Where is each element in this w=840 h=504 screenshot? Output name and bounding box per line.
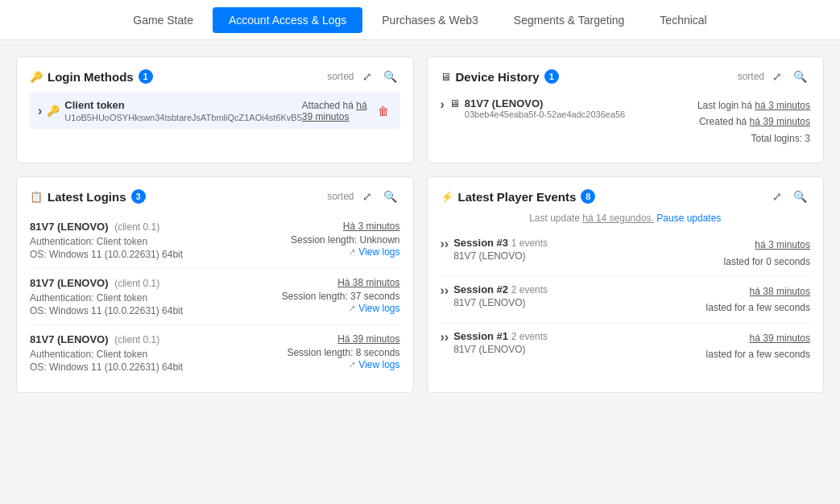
- token-expand-chevron[interactable]: [38, 104, 42, 118]
- login-device: 81V7 (LENOVO): [30, 277, 109, 289]
- login-methods-card: Login Methods 1 sorted ⤢ 🔍 Client token …: [16, 56, 414, 163]
- token-delete-button[interactable]: [374, 102, 392, 119]
- view-logs-link[interactable]: View logs: [358, 359, 399, 370]
- login-items-container: 81V7 (LENOVO) (client 0.1) Há 3 minutos …: [30, 213, 400, 381]
- session-name-line: Session #3 1 events: [453, 237, 548, 249]
- latest-player-events-card: Latest Player Events 8 ⤢ 🔍 Last update h…: [427, 176, 825, 393]
- device-right: Last login há há 3 minutos Created há há…: [697, 97, 810, 147]
- session-lasted: lasted for 0 seconds: [724, 254, 810, 270]
- login-item: 81V7 (LENOVO) (client 0.1) Há 3 minutos …: [30, 213, 400, 269]
- login-os: OS: Windows 11 (10.0.22631) 64bit: [30, 249, 183, 260]
- event-left: › Session #3 1 events 81V7 (LENOVO): [441, 237, 548, 262]
- token-attached-text: Attached há há 39 minutos: [302, 100, 368, 122]
- device-history-title: Device History: [456, 70, 540, 84]
- device-history-actions: sorted ⤢ 🔍: [738, 68, 810, 85]
- latest-player-events-title: Latest Player Events: [458, 190, 577, 204]
- latest-player-events-title-group: Latest Player Events 8: [441, 189, 596, 204]
- login-auth: Authentication: Client token: [30, 292, 183, 304]
- last-update-time: há 14 segundos.: [582, 213, 654, 224]
- view-logs-link[interactable]: View logs: [358, 246, 399, 258]
- device-expand-icon[interactable]: ⤢: [769, 68, 785, 85]
- latest-player-events-badge: 8: [581, 189, 595, 204]
- device-expand-chevron[interactable]: [441, 97, 445, 112]
- session-name: Session #2: [453, 283, 508, 295]
- session-name: Session #1: [453, 330, 508, 342]
- session-event-count: 2 events: [511, 331, 548, 342]
- session-expand-chevron[interactable]: ›: [441, 330, 449, 345]
- session-lasted: lasted for a few seconds: [706, 346, 810, 362]
- event-left: › Session #2 2 events 81V7 (LENOVO): [441, 283, 548, 308]
- login-row-top: 81V7 (LENOVO) (client 0.1) Há 3 minutos: [30, 221, 400, 233]
- session-event-count: 2 events: [511, 284, 548, 295]
- session-expand-chevron[interactable]: ›: [441, 283, 449, 298]
- device-last-login-time: há 3 minutos: [755, 100, 810, 111]
- login-detail-left: Authentication: Client token OS: Windows…: [30, 234, 183, 260]
- login-auth: Authentication: Client token: [30, 236, 183, 247]
- device-name: 81V7 (LENOVO): [465, 97, 625, 109]
- tab-technical[interactable]: Technical: [643, 7, 722, 33]
- login-row-top: 81V7 (LENOVO) (client 0.1) Há 38 minutos: [30, 277, 400, 289]
- device-sorted-label: sorted: [738, 71, 764, 82]
- login-methods-actions: sorted ⤢ 🔍: [327, 68, 399, 85]
- event-right: há 38 minutos lasted for a few seconds: [706, 283, 810, 316]
- login-os: OS: Windows 11 (10.0.22631) 64bit: [30, 361, 183, 373]
- login-session-length: Session length: 8 seconds: [287, 347, 399, 358]
- login-right: Session length: Unknown ↗ View logs: [291, 234, 399, 258]
- session-device: 81V7 (LENOVO): [453, 297, 548, 308]
- latest-player-events-actions: ⤢ 🔍: [769, 188, 810, 204]
- tab-segments-targeting[interactable]: Segments & Targeting: [498, 7, 641, 33]
- login-device-group: 81V7 (LENOVO) (client 0.1): [30, 221, 159, 233]
- login-methods-badge: 1: [139, 69, 153, 84]
- session-device: 81V7 (LENOVO): [453, 250, 548, 262]
- logins-sorted-label: sorted: [327, 191, 354, 202]
- device-search-icon[interactable]: 🔍: [790, 68, 810, 85]
- login-time: Há 3 minutos: [343, 221, 400, 232]
- pause-updates-link[interactable]: Pause updates: [656, 213, 721, 224]
- logins-expand-icon[interactable]: ⤢: [359, 188, 375, 204]
- tab-account-access[interactable]: Account Access & Logs: [213, 7, 362, 33]
- event-row: › Session #2 2 events 81V7 (LENOVO) há 3…: [441, 277, 811, 324]
- tab-game-state[interactable]: Game State: [117, 7, 209, 33]
- clipboard-icon: [30, 191, 43, 203]
- client-token-row: Client token U1oB5HUoOSYHkswn34tsbtareJs…: [30, 93, 400, 129]
- token-info: Client token U1oB5HUoOSYHkswn34tsbtareJs…: [64, 99, 301, 122]
- latest-player-events-header: Latest Player Events 8 ⤢ 🔍: [441, 188, 811, 204]
- events-expand-icon[interactable]: ⤢: [769, 188, 785, 204]
- login-time: Há 39 minutos: [337, 333, 399, 345]
- device-total-logins: Total logins: 3: [697, 130, 810, 147]
- session-time: há 38 minutos: [706, 283, 810, 300]
- token-right: Attached há há 39 minutos: [302, 100, 392, 122]
- latest-logins-title-group: Latest Logins 3: [30, 189, 146, 204]
- device-row: 81V7 (LENOVO) 03beb4e45eaba5f-0-52ae4adc…: [441, 93, 811, 151]
- event-row: › Session #3 1 events 81V7 (LENOVO) há 3…: [441, 230, 811, 277]
- login-client: (client 0.1): [114, 334, 159, 345]
- login-client: (client 0.1): [114, 221, 159, 233]
- expand-icon[interactable]: ⤢: [359, 68, 375, 85]
- search-icon[interactable]: 🔍: [380, 68, 400, 85]
- device-id: 03beb4e45eaba5f-0-52ae4adc2036ea56: [465, 109, 625, 119]
- events-search-icon[interactable]: 🔍: [790, 188, 810, 204]
- device-last-login: Last login há há 3 minutos: [697, 97, 810, 114]
- login-detail-row: Authentication: Client token OS: Windows…: [30, 234, 400, 260]
- monitor-icon: [441, 71, 451, 83]
- logins-search-icon[interactable]: 🔍: [380, 188, 400, 204]
- event-row: › Session #1 2 events 81V7 (LENOVO) há 3…: [441, 324, 811, 370]
- token-label: Client token: [64, 99, 301, 111]
- latest-logins-badge: 3: [131, 189, 146, 204]
- login-device: 81V7 (LENOVO): [30, 333, 109, 345]
- view-logs-link[interactable]: View logs: [358, 303, 399, 314]
- lightning-icon: [441, 191, 453, 203]
- link-icon: ↗: [348, 359, 358, 370]
- event-right: há 3 minutos lasted for 0 seconds: [724, 237, 810, 270]
- last-update-label: Last update: [529, 213, 580, 224]
- login-item: 81V7 (LENOVO) (client 0.1) Há 38 minutos…: [30, 269, 400, 325]
- login-methods-title-group: Login Methods 1: [30, 69, 153, 84]
- login-device: 81V7 (LENOVO): [30, 221, 109, 233]
- event-info: Session #3 1 events 81V7 (LENOVO): [453, 237, 548, 262]
- events-container: › Session #3 1 events 81V7 (LENOVO) há 3…: [441, 230, 811, 369]
- event-update-bar: Last update há 14 segundos. Pause update…: [441, 213, 811, 224]
- device-created: Created há há 39 minutos: [697, 114, 810, 130]
- session-expand-chevron[interactable]: ›: [441, 237, 449, 251]
- login-auth: Authentication: Client token: [30, 349, 183, 360]
- tab-purchases-web3[interactable]: Purchases & Web3: [366, 7, 494, 33]
